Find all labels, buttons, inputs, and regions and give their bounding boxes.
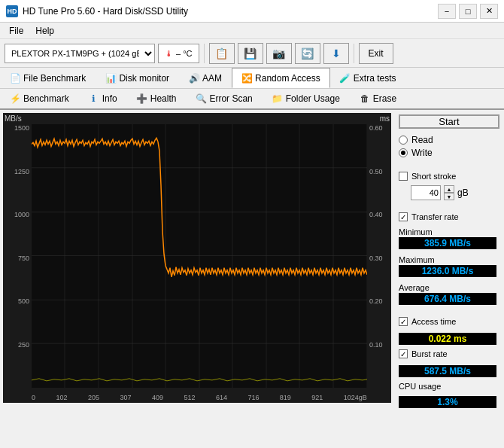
right-panel: Start Read Write Short stroke ▲ ▼ gB — [394, 110, 504, 409]
random-access-icon: 🔀 — [241, 73, 252, 84]
spin-field[interactable] — [411, 185, 441, 200]
tab-extra-tests[interactable]: 🧪 Extra tests — [330, 68, 406, 88]
tab-random-access[interactable]: 🔀 Random Access — [232, 68, 330, 88]
spin-arrows: ▲ ▼ — [444, 185, 454, 200]
spin-up[interactable]: ▲ — [444, 185, 454, 193]
radio-write[interactable]: Write — [399, 148, 499, 158]
burst-rate-row: Burst rate — [399, 349, 499, 358]
burst-rate-checkbox[interactable] — [399, 349, 408, 358]
tab-info[interactable]: ℹ Info — [79, 89, 127, 108]
maximize-button[interactable]: □ — [459, 4, 477, 19]
minimum-block: Minimum 385.9 MB/s — [399, 227, 499, 249]
short-stroke-checkbox[interactable] — [399, 172, 408, 181]
radio-write-circle — [399, 148, 408, 157]
menu-help[interactable]: Help — [29, 24, 60, 38]
transfer-rate-label: Transfer rate — [411, 212, 459, 221]
minimum-label: Minimum — [399, 227, 499, 236]
disk-monitor-icon: 📊 — [105, 73, 116, 84]
menu-file[interactable]: File — [3, 24, 29, 38]
average-value: 676.4 MB/s — [399, 293, 496, 305]
chart-container: MB/s ms 1500 1250 1000 750 500 250 0.60 … — [3, 113, 391, 403]
short-stroke-row: Short stroke — [399, 172, 499, 181]
radio-group: Read Write — [399, 133, 499, 160]
access-time-value: 0.022 ms — [399, 333, 496, 345]
cpu-usage-label: CPU usage — [399, 382, 499, 391]
tab-aam[interactable]: 🔊 AAM — [179, 68, 232, 88]
access-time-label: Access time — [411, 317, 456, 326]
spin-down[interactable]: ▼ — [444, 193, 454, 200]
tab-health[interactable]: ➕ Health — [127, 89, 187, 108]
toolbar-btn-1[interactable]: 📋 — [209, 43, 235, 64]
chart-area: MB/s ms 1500 1250 1000 750 500 250 0.60 … — [0, 110, 394, 409]
tab-erase[interactable]: 🗑 Erase — [350, 89, 406, 108]
benchmark-icon: ⚡ — [10, 93, 20, 104]
minimize-button[interactable]: − — [438, 4, 456, 19]
spin-input: ▲ ▼ gB — [411, 185, 499, 200]
temp-display: 🌡 – °C — [158, 44, 199, 63]
maximum-value: 1236.0 MB/s — [399, 265, 496, 277]
tab-folder-usage[interactable]: 📁 Folder Usage — [263, 89, 350, 108]
close-button[interactable]: ✕ — [480, 4, 498, 19]
aam-icon: 🔊 — [189, 73, 199, 84]
burst-rate-value: 587.5 MB/s — [399, 365, 496, 377]
maximum-label: Maximum — [399, 255, 499, 264]
average-block: Average 676.4 MB/s — [399, 283, 499, 305]
menu-bar: File Help — [0, 23, 504, 39]
toolbar-btn-2[interactable]: 💾 — [238, 43, 263, 64]
y-axis-right: 0.60 0.50 0.40 0.30 0.20 0.10 — [367, 124, 391, 384]
access-time-checkbox[interactable] — [399, 317, 408, 326]
exit-button[interactable]: Exit — [359, 43, 393, 64]
short-stroke-label: Short stroke — [411, 172, 456, 181]
transfer-rate-row: Transfer rate — [399, 212, 499, 221]
info-icon: ℹ — [89, 93, 99, 104]
tabs-row1: 📄 File Benchmark 📊 Disk monitor 🔊 AAM 🔀 … — [0, 68, 504, 89]
maximum-block: Maximum 1236.0 MB/s — [399, 255, 499, 277]
tab-error-scan[interactable]: 🔍 Error Scan — [186, 89, 262, 108]
average-label: Average — [399, 283, 499, 292]
chart-plot — [32, 124, 367, 388]
radio-read-label: Read — [411, 135, 433, 145]
toolbar-separator2 — [354, 44, 354, 63]
toolbar-btn-5[interactable]: ⬇ — [323, 43, 349, 64]
x-axis: 0 102 205 307 409 512 614 716 819 921 10… — [32, 394, 367, 401]
file-benchmark-icon: 📄 — [10, 73, 20, 84]
folder-usage-icon: 📁 — [272, 93, 283, 104]
toolbar: PLEXTOR PX-1TM9PG + (1024 gB) 🌡 – °C 📋 💾… — [0, 39, 504, 68]
toolbar-btn-3[interactable]: 📷 — [266, 43, 292, 64]
access-time-row: Access time — [399, 317, 499, 326]
minimum-value: 385.9 MB/s — [399, 237, 496, 249]
toolbar-separator — [204, 44, 205, 63]
burst-rate-block: 587.5 MB/s — [399, 364, 499, 377]
chart-label-mbs: MB/s — [5, 114, 22, 123]
drive-select[interactable]: PLEXTOR PX-1TM9PG + (1024 gB) — [5, 44, 155, 63]
health-icon: ➕ — [137, 93, 147, 104]
y-axis-left: 1500 1250 1000 750 500 250 — [3, 124, 32, 384]
transfer-rate-checkbox[interactable] — [399, 212, 408, 221]
radio-write-label: Write — [411, 148, 433, 158]
error-scan-icon: 🔍 — [196, 93, 206, 104]
app-icon: HD — [6, 5, 18, 17]
spin-unit: gB — [457, 187, 469, 198]
radio-read-circle — [399, 136, 408, 145]
erase-icon: 🗑 — [360, 93, 370, 104]
access-time-block: 0.022 ms — [399, 332, 499, 345]
cpu-usage-value: 1.3% — [399, 396, 496, 408]
start-button[interactable]: Start — [399, 114, 499, 129]
tab-file-benchmark[interactable]: 📄 File Benchmark — [0, 68, 96, 88]
main-content: MB/s ms 1500 1250 1000 750 500 250 0.60 … — [0, 110, 504, 409]
tab-benchmark[interactable]: ⚡ Benchmark — [0, 89, 79, 108]
chart-label-ms: ms — [380, 114, 390, 123]
window-title: HD Tune Pro 5.60 - Hard Disk/SSD Utility — [23, 6, 188, 17]
extra-tests-icon: 🧪 — [340, 73, 351, 84]
burst-rate-label: Burst rate — [411, 349, 448, 358]
radio-read[interactable]: Read — [399, 135, 499, 145]
tabs-row2: ⚡ Benchmark ℹ Info ➕ Health 🔍 Error Scan… — [0, 89, 504, 110]
title-bar: HD HD Tune Pro 5.60 - Hard Disk/SSD Util… — [0, 0, 504, 23]
temp-value: – °C — [176, 49, 193, 58]
tab-disk-monitor[interactable]: 📊 Disk monitor — [96, 68, 179, 88]
chart-svg — [32, 124, 367, 388]
toolbar-btn-4[interactable]: 🔄 — [295, 43, 320, 64]
